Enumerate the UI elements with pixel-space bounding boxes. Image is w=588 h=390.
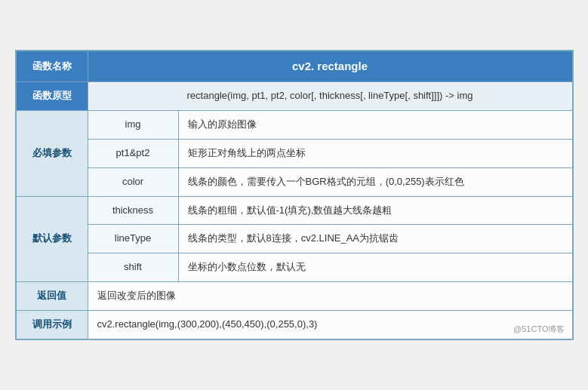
param-linetype-desc: 线条的类型，默认8连接，cv2.LINE_AA为抗锯齿 — [178, 225, 572, 253]
example-value: cv2.rectangle(img,(300,200),(450,450),(0… — [88, 310, 572, 339]
function-table: 函数名称 cv2. rectangle 函数原型 rectangle(img, … — [16, 51, 573, 339]
param-linetype-name: lineType — [88, 225, 178, 253]
default-label: 默认参数 — [16, 196, 88, 281]
param-thickness-name: thickness — [88, 196, 178, 225]
prototype-value: rectangle(img, pt1, pt2, color[, thickne… — [88, 82, 572, 111]
param-img-name: img — [88, 111, 178, 140]
prototype-label: 函数原型 — [16, 82, 88, 111]
function-name: cv2. rectangle — [88, 51, 572, 82]
param-thickness-desc: 线条的粗细，默认值-1(填充),数值越大线条越粗 — [178, 196, 572, 225]
param-color-name: color — [88, 167, 178, 196]
return-value: 返回改变后的图像 — [88, 281, 572, 310]
return-row: 返回值 返回改变后的图像 — [16, 281, 572, 310]
header-row: 函数名称 cv2. rectangle — [16, 51, 572, 82]
example-row: 调用示例 cv2.rectangle(img,(300,200),(450,45… — [16, 310, 572, 339]
header-label: 函数名称 — [16, 51, 88, 82]
param-pt-name: pt1&pt2 — [88, 140, 178, 168]
default-shift-row: shift 坐标的小数点位数，默认无 — [16, 253, 572, 282]
required-img-row: 必填参数 img 输入的原始图像 — [16, 111, 572, 140]
return-label: 返回值 — [16, 281, 88, 310]
main-container: 函数名称 cv2. rectangle 函数原型 rectangle(img, … — [15, 50, 574, 339]
prototype-row: 函数原型 rectangle(img, pt1, pt2, color[, th… — [16, 82, 572, 111]
param-pt-desc: 矩形正对角线上的两点坐标 — [178, 140, 572, 168]
required-pt-row: pt1&pt2 矩形正对角线上的两点坐标 — [16, 140, 572, 168]
default-thickness-row: 默认参数 thickness 线条的粗细，默认值-1(填充),数值越大线条越粗 — [16, 196, 572, 225]
required-label: 必填参数 — [16, 111, 88, 196]
param-shift-name: shift — [88, 253, 178, 282]
required-color-row: color 线条的颜色，需要传入一个BGR格式的元组，(0,0,255)表示红色 — [16, 167, 572, 196]
default-linetype-row: lineType 线条的类型，默认8连接，cv2.LINE_AA为抗锯齿 — [16, 225, 572, 253]
example-label: 调用示例 — [16, 310, 88, 339]
param-img-desc: 输入的原始图像 — [178, 111, 572, 140]
param-shift-desc: 坐标的小数点位数，默认无 — [178, 253, 572, 282]
param-color-desc: 线条的颜色，需要传入一个BGR格式的元组，(0,0,255)表示红色 — [178, 167, 572, 196]
